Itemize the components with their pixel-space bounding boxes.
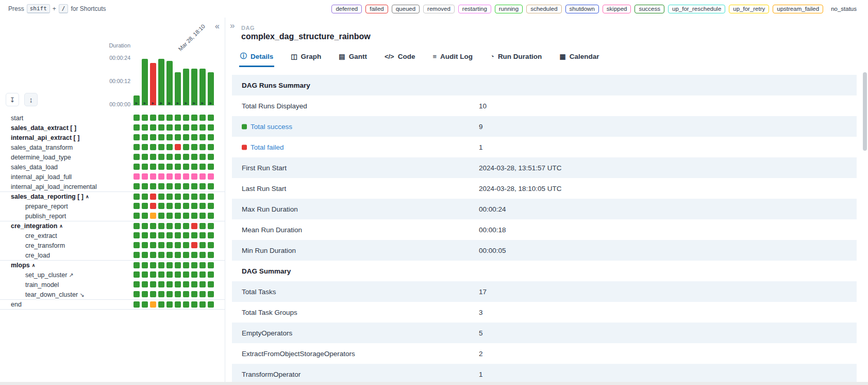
task-instance-square[interactable] bbox=[175, 173, 181, 180]
task-instance-square[interactable] bbox=[166, 154, 173, 160]
task-instance-square[interactable] bbox=[158, 223, 164, 229]
task-instance-square[interactable] bbox=[158, 281, 164, 287]
task-instance-square[interactable] bbox=[150, 252, 156, 258]
task-row-sales_data_extract[interactable]: sales_data_extract [ ] bbox=[0, 123, 225, 133]
task-instance-square[interactable] bbox=[133, 124, 140, 131]
task-instance-square[interactable] bbox=[158, 154, 164, 160]
task-instance-square[interactable] bbox=[208, 173, 214, 180]
task-row-cre_integration[interactable]: cre_integration∧ bbox=[0, 221, 225, 231]
task-instance-square[interactable] bbox=[150, 223, 156, 229]
task-instance-square[interactable] bbox=[133, 301, 140, 308]
task-instance-square[interactable] bbox=[142, 124, 148, 131]
task-row-internal_api_load_full[interactable]: internal_api_load_full bbox=[0, 172, 225, 182]
task-instance-square[interactable] bbox=[158, 203, 164, 209]
task-row-cre_extract[interactable]: cre_extract bbox=[0, 231, 225, 240]
task-instance-square[interactable] bbox=[150, 291, 156, 297]
task-instance-square[interactable] bbox=[183, 134, 189, 140]
task-instance-square[interactable] bbox=[175, 281, 181, 287]
task-instance-square[interactable] bbox=[208, 281, 214, 287]
task-instance-square[interactable] bbox=[183, 252, 189, 258]
task-instance-square[interactable] bbox=[191, 115, 197, 121]
task-instance-square[interactable] bbox=[158, 144, 164, 150]
task-instance-square[interactable] bbox=[158, 232, 164, 238]
task-instance-square[interactable] bbox=[150, 154, 156, 160]
task-instance-square[interactable] bbox=[175, 242, 181, 248]
status-filter-link[interactable]: Total failed bbox=[242, 143, 284, 151]
task-instance-square[interactable] bbox=[142, 223, 148, 229]
status-badge-restarting[interactable]: restarting bbox=[458, 5, 491, 13]
task-instance-square[interactable] bbox=[175, 213, 181, 219]
task-instance-square[interactable] bbox=[158, 183, 164, 189]
status-badge-up_for_retry[interactable]: up_for_retry bbox=[729, 5, 769, 13]
task-row-sales_data_reporting[interactable]: sales_data_reporting [ ]∧ bbox=[0, 191, 225, 201]
task-instance-square[interactable] bbox=[166, 271, 173, 278]
task-row-tear_down_cluster[interactable]: tear_down_cluster↘ bbox=[0, 290, 225, 299]
task-instance-square[interactable] bbox=[183, 183, 189, 189]
task-instance-square[interactable] bbox=[150, 183, 156, 189]
task-instance-square[interactable] bbox=[183, 154, 189, 160]
collapse-grid-panel-button[interactable]: « bbox=[215, 22, 220, 31]
task-instance-square[interactable] bbox=[166, 291, 173, 297]
task-instance-square[interactable] bbox=[142, 252, 148, 258]
task-instance-square[interactable] bbox=[199, 271, 206, 278]
task-instance-square[interactable] bbox=[191, 213, 197, 219]
status-filter-link[interactable]: Total success bbox=[242, 123, 292, 131]
task-instance-square[interactable] bbox=[183, 115, 189, 121]
status-badge-queued[interactable]: queued bbox=[392, 5, 420, 13]
run-duration-bar[interactable]: ▶ bbox=[175, 72, 181, 105]
horizontal-scrollbar[interactable] bbox=[0, 382, 868, 385]
status-badge-scheduled[interactable]: scheduled bbox=[526, 5, 561, 13]
task-instance-square[interactable] bbox=[183, 203, 189, 209]
task-instance-square[interactable] bbox=[133, 291, 140, 297]
task-instance-square[interactable] bbox=[191, 194, 197, 200]
task-instance-square[interactable] bbox=[142, 281, 148, 287]
status-badge-shutdown[interactable]: shutdown bbox=[565, 5, 599, 13]
task-instance-square[interactable] bbox=[199, 203, 206, 209]
task-instance-square[interactable] bbox=[191, 252, 197, 258]
collapse-all-groups-button[interactable]: ↧ bbox=[6, 93, 19, 106]
status-badge-failed[interactable]: failed bbox=[365, 5, 388, 13]
task-instance-square[interactable] bbox=[183, 164, 189, 170]
task-instance-square[interactable] bbox=[142, 232, 148, 238]
task-instance-square[interactable] bbox=[191, 203, 197, 209]
task-instance-square[interactable] bbox=[133, 164, 140, 170]
task-instance-square[interactable] bbox=[183, 301, 189, 308]
task-instance-square[interactable] bbox=[166, 223, 173, 229]
vertical-scrollbar-thumb[interactable] bbox=[863, 72, 867, 151]
task-instance-square[interactable] bbox=[208, 232, 214, 238]
task-row-internal_api_extract[interactable]: internal_api_extract [ ] bbox=[0, 133, 225, 142]
task-instance-square[interactable] bbox=[183, 213, 189, 219]
task-row-set_up_cluster[interactable]: set_up_cluster↗ bbox=[0, 270, 225, 280]
run-duration-bar[interactable]: ▶ bbox=[191, 69, 197, 105]
task-instance-square[interactable] bbox=[175, 124, 181, 131]
task-instance-square[interactable] bbox=[133, 281, 140, 287]
task-instance-square[interactable] bbox=[133, 232, 140, 238]
task-instance-square[interactable] bbox=[191, 144, 197, 150]
status-badge-removed[interactable]: removed bbox=[423, 5, 455, 13]
task-instance-square[interactable] bbox=[166, 301, 173, 308]
task-instance-square[interactable] bbox=[199, 262, 206, 268]
task-instance-square[interactable] bbox=[142, 242, 148, 248]
task-instance-square[interactable] bbox=[166, 124, 173, 131]
task-instance-square[interactable] bbox=[133, 252, 140, 258]
task-instance-square[interactable] bbox=[142, 154, 148, 160]
task-instance-square[interactable] bbox=[150, 164, 156, 170]
task-instance-square[interactable] bbox=[199, 164, 206, 170]
task-instance-square[interactable] bbox=[175, 262, 181, 268]
task-instance-square[interactable] bbox=[166, 281, 173, 287]
task-instance-square[interactable] bbox=[191, 154, 197, 160]
task-instance-square[interactable] bbox=[183, 124, 189, 131]
task-instance-square[interactable] bbox=[158, 134, 164, 140]
task-instance-square[interactable] bbox=[158, 124, 164, 131]
task-instance-square[interactable] bbox=[191, 271, 197, 278]
task-instance-square[interactable] bbox=[158, 164, 164, 170]
task-instance-square[interactable] bbox=[166, 144, 173, 150]
task-instance-square[interactable] bbox=[191, 223, 197, 229]
task-instance-square[interactable] bbox=[166, 203, 173, 209]
task-instance-square[interactable] bbox=[175, 252, 181, 258]
status-badge-up_for_reschedule[interactable]: up_for_reschedule bbox=[668, 5, 725, 13]
task-instance-square[interactable] bbox=[175, 134, 181, 140]
task-instance-square[interactable] bbox=[191, 291, 197, 297]
task-row-prepare_report[interactable]: prepare_report bbox=[0, 201, 225, 211]
task-instance-square[interactable] bbox=[199, 144, 206, 150]
